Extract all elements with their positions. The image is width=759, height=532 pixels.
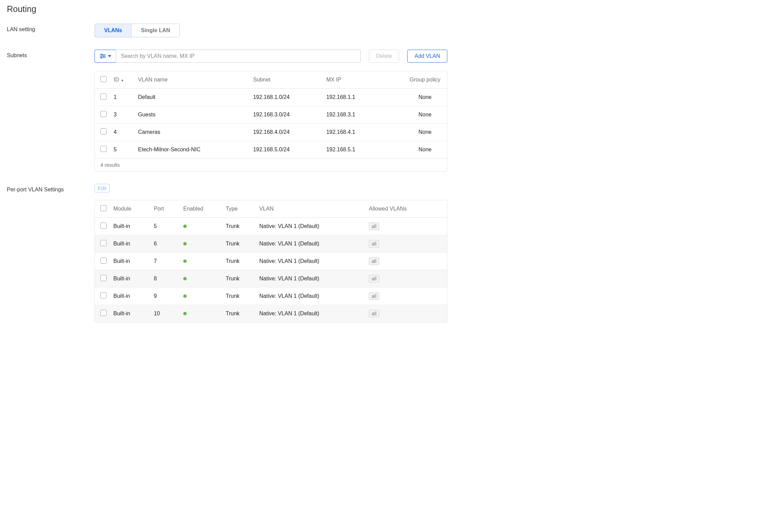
- row-checkbox[interactable]: [100, 275, 107, 281]
- header-id[interactable]: ID ▲: [110, 71, 135, 89]
- status-enabled-icon: [183, 225, 187, 228]
- cell-id: 3: [110, 106, 135, 124]
- table-row[interactable]: Built-in5TrunkNative: VLAN 1 (Default)al…: [95, 218, 447, 235]
- cell-group-policy: None: [403, 124, 447, 141]
- chevron-down-icon: [108, 55, 111, 57]
- header-allowed-vlans[interactable]: Allowed VLANs: [365, 200, 447, 218]
- cell-type: Trunk: [222, 305, 256, 322]
- delete-button[interactable]: Delete: [369, 50, 399, 63]
- cell-enabled: [180, 218, 222, 235]
- sort-asc-icon: ▲: [121, 78, 124, 82]
- cell-enabled: [180, 270, 222, 288]
- cell-vlan: Native: VLAN 1 (Default): [256, 288, 365, 305]
- header-module[interactable]: Module: [110, 200, 150, 218]
- table-row[interactable]: Built-in9TrunkNative: VLAN 1 (Default)al…: [95, 288, 447, 305]
- table-row[interactable]: 5Etech-Milnor-Second-NIC192.168.5.0/2419…: [95, 141, 447, 159]
- svg-point-5: [101, 57, 102, 58]
- cell-enabled: [180, 305, 222, 322]
- table-row[interactable]: Built-in7TrunkNative: VLAN 1 (Default)al…: [95, 253, 447, 270]
- status-enabled-icon: [183, 294, 187, 298]
- cell-port: 10: [150, 305, 180, 322]
- add-vlan-button[interactable]: Add VLAN: [407, 50, 447, 63]
- page-title: Routing: [7, 4, 447, 14]
- row-checkbox[interactable]: [100, 240, 107, 246]
- table-row[interactable]: Built-in8TrunkNative: VLAN 1 (Default)al…: [95, 270, 447, 288]
- cell-mx-ip: 192.168.5.1: [323, 141, 403, 159]
- table-row[interactable]: 1Default192.168.1.0/24192.168.1.1None: [95, 89, 447, 106]
- cell-group-policy: None: [403, 89, 447, 106]
- svg-point-3: [103, 55, 104, 56]
- cell-port: 8: [150, 270, 180, 288]
- row-checkbox[interactable]: [100, 128, 107, 135]
- cell-port: 9: [150, 288, 180, 305]
- cell-id: 5: [110, 141, 135, 159]
- allowed-vlan-tag: all: [369, 240, 379, 248]
- search-input[interactable]: [116, 50, 361, 63]
- cell-id: 4: [110, 124, 135, 141]
- cell-vlan-name: Guests: [135, 106, 250, 124]
- cell-group-policy: None: [403, 106, 447, 124]
- lan-setting-label: LAN setting: [7, 24, 95, 33]
- status-enabled-icon: [183, 312, 187, 315]
- tab-single-lan[interactable]: Single LAN: [131, 24, 179, 37]
- allowed-vlan-tag: all: [369, 257, 379, 265]
- row-checkbox[interactable]: [100, 292, 107, 299]
- cell-enabled: [180, 253, 222, 270]
- cell-group-policy: None: [403, 141, 447, 159]
- cell-allowed-vlans: all: [365, 288, 447, 305]
- lan-setting-tabs: VLANs Single LAN: [95, 24, 180, 37]
- cell-allowed-vlans: all: [365, 253, 447, 270]
- row-checkbox[interactable]: [100, 310, 107, 316]
- header-mx-ip[interactable]: MX IP: [323, 71, 403, 89]
- cell-vlan: Native: VLAN 1 (Default): [256, 218, 365, 235]
- cell-vlan-name: Default: [135, 89, 250, 106]
- allowed-vlan-tag: all: [369, 292, 379, 300]
- tab-vlans[interactable]: VLANs: [95, 24, 132, 37]
- header-vlan[interactable]: VLAN: [256, 200, 365, 218]
- edit-button[interactable]: Edit: [95, 184, 110, 192]
- table-row[interactable]: 4Cameras192.168.4.0/24192.168.4.1None: [95, 124, 447, 141]
- cell-mx-ip: 192.168.1.1: [323, 89, 403, 106]
- allowed-vlan-tag: all: [369, 223, 379, 230]
- header-enabled[interactable]: Enabled: [180, 200, 222, 218]
- row-checkbox[interactable]: [100, 111, 107, 117]
- table-row[interactable]: Built-in6TrunkNative: VLAN 1 (Default)al…: [95, 235, 447, 253]
- cell-vlan-name: Etech-Milnor-Second-NIC: [135, 141, 250, 159]
- cell-vlan: Native: VLAN 1 (Default): [256, 235, 365, 253]
- cell-module: Built-in: [110, 270, 150, 288]
- cell-type: Trunk: [222, 235, 256, 253]
- header-type[interactable]: Type: [222, 200, 256, 218]
- cell-allowed-vlans: all: [365, 235, 447, 253]
- subnets-results-count: 4 results: [95, 158, 447, 171]
- header-port[interactable]: Port: [150, 200, 180, 218]
- row-checkbox[interactable]: [100, 257, 107, 264]
- subnets-table: ID ▲ VLAN name Subnet MX IP Group policy…: [95, 71, 447, 172]
- row-checkbox[interactable]: [100, 223, 107, 229]
- select-all-ports-checkbox[interactable]: [100, 205, 107, 211]
- cell-allowed-vlans: all: [365, 270, 447, 288]
- header-vlan-name[interactable]: VLAN name: [135, 71, 250, 89]
- table-row[interactable]: 3Guests192.168.3.0/24192.168.3.1None: [95, 106, 447, 124]
- cell-module: Built-in: [110, 253, 150, 270]
- header-group-policy[interactable]: Group policy: [403, 71, 447, 89]
- table-row[interactable]: Built-in10TrunkNative: VLAN 1 (Default)a…: [95, 305, 447, 322]
- row-checkbox[interactable]: [100, 93, 107, 100]
- cell-subnet: 192.168.1.0/24: [250, 89, 323, 106]
- status-enabled-icon: [183, 277, 187, 280]
- cell-subnet: 192.168.4.0/24: [250, 124, 323, 141]
- sliders-icon: [100, 54, 106, 59]
- cell-subnet: 192.168.3.0/24: [250, 106, 323, 124]
- cell-module: Built-in: [110, 235, 150, 253]
- cell-vlan: Native: VLAN 1 (Default): [256, 270, 365, 288]
- header-subnet[interactable]: Subnet: [250, 71, 323, 89]
- subnets-label: Subnets: [7, 50, 95, 59]
- ports-table: Module Port Enabled Type VLAN Allowed VL…: [95, 200, 447, 322]
- cell-port: 6: [150, 235, 180, 253]
- select-all-checkbox[interactable]: [100, 76, 107, 82]
- cell-allowed-vlans: all: [365, 305, 447, 322]
- cell-vlan: Native: VLAN 1 (Default): [256, 253, 365, 270]
- filter-button[interactable]: [95, 50, 116, 63]
- row-checkbox[interactable]: [100, 146, 107, 152]
- status-enabled-icon: [183, 242, 187, 245]
- cell-type: Trunk: [222, 253, 256, 270]
